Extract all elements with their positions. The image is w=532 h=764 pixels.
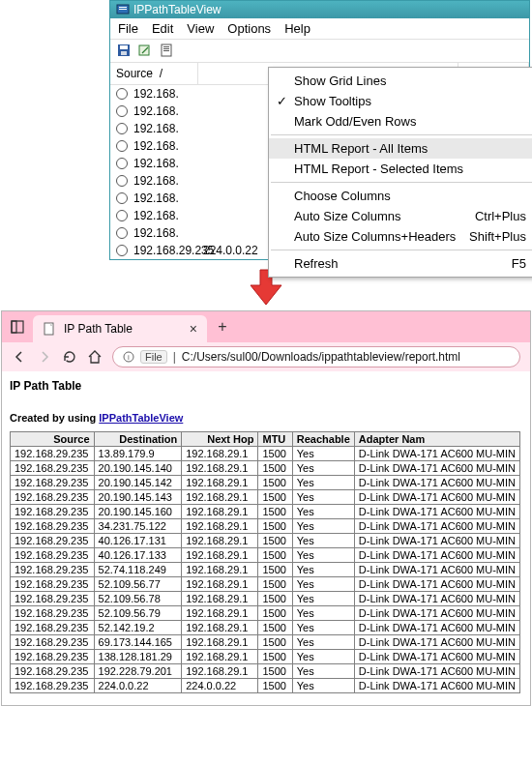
col-next-hop[interactable]: Next Hop: [182, 432, 258, 447]
col-adapter[interactable]: Adapter Nam: [354, 432, 519, 447]
svg-rect-9: [163, 48, 169, 49]
page-icon: [43, 322, 56, 336]
menu-edit[interactable]: Edit: [152, 21, 173, 36]
menu-options[interactable]: Options: [227, 21, 271, 36]
table-row: 192.168.29.235138.128.181.29192.168.29.1…: [11, 650, 520, 664]
refresh-icon[interactable]: [137, 43, 153, 58]
row-radio-icon[interactable]: [116, 192, 128, 204]
home-icon[interactable]: [87, 349, 103, 365]
table-row: 192.168.29.23569.173.144.165192.168.29.1…: [11, 635, 520, 650]
table-row: 192.168.29.23552.109.56.78192.168.29.115…: [11, 592, 520, 606]
shortcut: Ctrl+Plus: [475, 209, 526, 223]
title-bar[interactable]: IPPathTableView: [110, 1, 529, 18]
save-icon[interactable]: [116, 43, 132, 58]
row-radio-icon[interactable]: [116, 140, 128, 152]
menu-html-report-all[interactable]: HTML Report - All Items: [269, 138, 532, 159]
row-radio-icon[interactable]: [116, 245, 128, 256]
forward-icon[interactable]: [37, 349, 52, 365]
svg-text:i: i: [128, 353, 130, 362]
table-row: 192.168.29.23552.142.19.2192.168.29.1150…: [11, 621, 520, 635]
tab-title: IP Path Table: [64, 322, 133, 336]
menu-choose-columns[interactable]: Choose Columns: [269, 186, 532, 206]
menu-show-tooltips[interactable]: Show Tooltips: [269, 91, 532, 111]
page-title: IP Path Table: [10, 379, 520, 393]
column-source[interactable]: Source /: [110, 63, 198, 84]
shortcut: Shift+Plus: [469, 229, 526, 244]
url-scheme-badge: File: [140, 350, 167, 364]
svg-rect-8: [163, 46, 169, 47]
tool-bar: [110, 40, 529, 63]
menu-auto-size-columns[interactable]: Auto Size Columns Ctrl+Plus: [269, 206, 532, 226]
info-icon: i: [123, 351, 134, 363]
properties-icon[interactable]: [159, 43, 174, 58]
table-row: 192.168.29.23513.89.179.9192.168.29.1150…: [11, 447, 520, 461]
nav-bar: i File | C:/Users/sul00/Downloads/ippath…: [2, 342, 530, 371]
row-radio-icon[interactable]: [116, 227, 128, 239]
col-mtu[interactable]: MTU: [258, 432, 292, 447]
tab-actions-icon[interactable]: [2, 311, 33, 342]
app-icon: [116, 3, 130, 16]
menu-mark-odd-even[interactable]: Mark Odd/Even Rows: [269, 111, 532, 132]
report-header-row: Source Destination Next Hop MTU Reachabl…: [11, 432, 520, 447]
menu-auto-size-columns-headers[interactable]: Auto Size Columns+Headers Shift+Plus: [269, 226, 532, 247]
browser-tab[interactable]: IP Path Table ×: [33, 315, 207, 342]
byline: Created by using IPPathTableView: [10, 412, 520, 424]
svg-rect-10: [163, 50, 169, 51]
row-radio-icon[interactable]: [116, 158, 128, 169]
browser-window: IP Path Table × + i File | C:/Users/sul0…: [1, 310, 531, 706]
row-radio-icon[interactable]: [116, 175, 128, 187]
row-radio-icon[interactable]: [116, 105, 128, 117]
table-row: 192.168.29.23552.109.56.79192.168.29.115…: [11, 606, 520, 621]
table-row: 192.168.29.235192.228.79.201192.168.29.1…: [11, 664, 520, 679]
menu-separator: [271, 182, 532, 183]
table-row: 192.168.29.23540.126.17.131192.168.29.11…: [11, 534, 520, 548]
new-tab-button[interactable]: +: [211, 315, 234, 338]
byline-link[interactable]: IPPathTableView: [99, 412, 183, 424]
table-row: 192.168.29.23552.74.118.249192.168.29.11…: [11, 563, 520, 577]
row-radio-icon[interactable]: [116, 123, 128, 134]
grid-body: 192.168.192.168.192.168.192.168.192.168.…: [110, 85, 529, 259]
menu-separator: [271, 250, 532, 250]
svg-rect-11: [12, 321, 23, 333]
table-row: 192.168.29.23520.190.145.140192.168.29.1…: [11, 461, 520, 476]
row-radio-icon[interactable]: [116, 210, 128, 221]
menu-file[interactable]: File: [118, 21, 138, 36]
shortcut: F5: [512, 256, 526, 271]
document-body: IP Path Table Created by using IPPathTab…: [2, 371, 530, 705]
close-tab-icon[interactable]: ×: [190, 321, 197, 337]
reload-icon[interactable]: [62, 349, 77, 365]
app-title: IPPathTableView: [133, 3, 222, 16]
col-reachable[interactable]: Reachable: [292, 432, 354, 447]
svg-rect-5: [121, 51, 127, 55]
table-row: 192.168.29.23520.190.145.142192.168.29.1…: [11, 476, 520, 490]
table-row: 192.168.29.23534.231.75.122192.168.29.11…: [11, 519, 520, 534]
table-row: 192.168.29.23540.126.17.133192.168.29.11…: [11, 548, 520, 563]
svg-rect-6: [139, 45, 149, 55]
menu-refresh[interactable]: Refresh F5: [269, 253, 532, 274]
menu-html-report-selected[interactable]: HTML Report - Selected Items: [269, 159, 532, 179]
menu-show-grid-lines[interactable]: Show Grid Lines: [269, 71, 532, 91]
back-icon[interactable]: [12, 349, 27, 365]
table-row: 192.168.29.23520.190.145.143192.168.29.1…: [11, 490, 520, 505]
view-dropdown: Show Grid Lines Show Tooltips Mark Odd/E…: [268, 67, 532, 278]
menu-view[interactable]: View: [187, 21, 214, 36]
address-bar[interactable]: i File | C:/Users/sul00/Downloads/ippath…: [112, 346, 520, 367]
col-destination[interactable]: Destination: [94, 432, 182, 447]
table-row: 192.168.29.23552.109.56.77192.168.29.115…: [11, 577, 520, 592]
svg-rect-12: [12, 321, 16, 333]
menu-separator: [271, 134, 532, 135]
table-row: 192.168.29.235224.0.0.22224.0.0.221500Ye…: [11, 679, 520, 693]
url-path: C:/Users/sul00/Downloads/ippathtableview…: [182, 350, 460, 364]
svg-rect-2: [119, 9, 127, 10]
row-radio-icon[interactable]: [116, 88, 128, 100]
svg-rect-1: [119, 7, 127, 8]
col-source[interactable]: Source: [11, 432, 95, 447]
tab-strip: IP Path Table × +: [2, 311, 530, 342]
menu-help[interactable]: Help: [284, 21, 310, 36]
menu-bar: File Edit View Options Help: [110, 18, 529, 40]
ippathtableview-window: IPPathTableView File Edit View Options H…: [109, 0, 530, 260]
svg-rect-4: [120, 45, 128, 49]
table-row: 192.168.29.23520.190.145.160192.168.29.1…: [11, 505, 520, 519]
report-table: Source Destination Next Hop MTU Reachabl…: [10, 431, 520, 693]
